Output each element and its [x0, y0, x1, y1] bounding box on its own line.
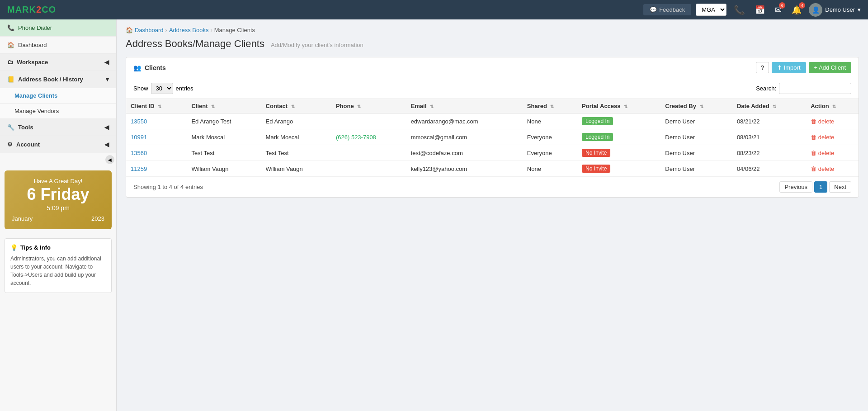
sidebar-item-tools[interactable]: 🔧 Tools ◀: [0, 119, 116, 136]
delete-button-1[interactable]: 🗑 delete: [811, 134, 834, 141]
cell-client-id-2: 13560: [126, 145, 187, 161]
calendar-month: January: [12, 215, 33, 222]
table-row: 11259 William Vaugn William Vaugn kelly1…: [126, 161, 859, 177]
sidebar-item-phone-dialer[interactable]: 📞 Phone Dialer: [0, 19, 116, 37]
col-action[interactable]: Action ⇅: [806, 99, 859, 113]
col-phone[interactable]: Phone ⇅: [331, 99, 406, 113]
cell-date-added-0: 08/21/22: [732, 113, 806, 129]
manage-vendors-label: Manage Vendors: [14, 108, 59, 114]
calendar-icon-button[interactable]: 📅: [752, 4, 768, 16]
cell-action-1: 🗑 delete: [806, 129, 859, 145]
calendar-time: 5:09 pm: [12, 204, 104, 212]
calendar-day: 6 Friday: [12, 186, 104, 203]
email-icon-button[interactable]: ✉ 6: [772, 4, 784, 16]
cell-client-3: William Vaugn: [187, 161, 261, 177]
help-button[interactable]: ?: [756, 62, 769, 73]
sidebar-item-label: Dashboard: [18, 42, 47, 48]
table-footer: Showing 1 to 4 of 4 entries Previous 1 N…: [126, 177, 859, 197]
show-label: Show: [133, 85, 148, 92]
phone-link-1[interactable]: (626) 523-7908: [336, 134, 376, 141]
col-date-added[interactable]: Date Added ⇅: [732, 99, 806, 113]
cell-phone-2: [331, 145, 406, 161]
cell-email-1: mmoscal@gmail.com: [406, 129, 523, 145]
client-id-link-0[interactable]: 13550: [131, 118, 147, 125]
cell-shared-0: None: [523, 113, 577, 129]
sidebar-item-workspace[interactable]: 🗂 Workspace ◀: [0, 54, 116, 71]
breadcrumb-sep1: ›: [165, 27, 167, 33]
cell-contact-3: William Vaugn: [261, 161, 331, 177]
delete-button-2[interactable]: 🗑 delete: [811, 150, 834, 156]
breadcrumb-icon: 🏠: [126, 27, 133, 33]
sidebar-collapse-button[interactable]: ◀: [105, 155, 114, 164]
logo-suffix: CO: [42, 5, 56, 14]
table-controls: Show 30 entries Search:: [126, 78, 859, 99]
tips-icon: 💡: [10, 244, 18, 251]
panel-actions: ? ⬆ Import + Add Client: [756, 62, 851, 73]
sidebar-item-address-book[interactable]: 📒 Address Book / History ▾: [0, 71, 116, 88]
cell-portal-access-2: No Invite: [577, 145, 660, 161]
col-email[interactable]: Email ⇅: [406, 99, 523, 113]
col-client[interactable]: Client ⇅: [187, 99, 261, 113]
client-id-link-1[interactable]: 10991: [131, 134, 147, 141]
user-dropdown-icon: ▾: [858, 6, 861, 13]
client-id-link-3[interactable]: 11259: [131, 165, 147, 172]
delete-button-0[interactable]: 🗑 delete: [811, 118, 834, 125]
breadcrumb-address-books[interactable]: Address Books: [169, 27, 208, 33]
account-icon: ⚙: [7, 141, 13, 148]
portal-badge-3: No Invite: [582, 165, 610, 173]
cell-email-0: edwardarango@mac.com: [406, 113, 523, 129]
add-client-button[interactable]: + Add Client: [809, 62, 851, 73]
import-button[interactable]: ⬆ Import: [772, 62, 806, 73]
sidebar-item-dashboard[interactable]: 🏠 Dashboard: [0, 37, 116, 54]
address-book-chevron-icon: ▾: [106, 76, 109, 83]
cell-email-2: test@codefaze.com: [406, 145, 523, 161]
user-menu-button[interactable]: 👤 Demo User ▾: [809, 3, 861, 17]
manage-clients-label: Manage Clients: [14, 92, 57, 99]
calendar-have-great: Have A Great Day!: [12, 178, 104, 184]
prev-button[interactable]: Previous: [779, 181, 812, 193]
feedback-icon: 💬: [650, 6, 657, 13]
workspace-icon: 🗂: [7, 59, 13, 66]
sidebar-sub-menu: Manage Clients Manage Vendors: [0, 88, 116, 119]
portal-badge-0: Logged In: [582, 117, 613, 125]
tips-text: Adminstrators, you can add additional us…: [10, 255, 106, 287]
showing-text: Showing 1 to 4 of 4 entries: [133, 184, 203, 190]
pagination: Previous 1 Next: [779, 181, 851, 193]
delete-button-3[interactable]: 🗑 delete: [811, 165, 834, 172]
bell-icon-button[interactable]: 🔔 4: [789, 4, 804, 16]
table-row: 13560 Test Test Test Test test@codefaze.…: [126, 145, 859, 161]
page-title-area: Address Books/Manage Clients Add/Modify …: [126, 38, 859, 50]
sidebar-item-manage-clients[interactable]: Manage Clients: [0, 88, 116, 104]
next-button[interactable]: Next: [829, 181, 851, 193]
cell-shared-1: Everyone: [523, 129, 577, 145]
clients-panel-icon: 👥: [133, 64, 141, 71]
breadcrumb-dashboard[interactable]: Dashboard: [135, 27, 164, 33]
feedback-button[interactable]: 💬 Feedback: [643, 4, 691, 15]
col-shared[interactable]: Shared ⇅: [523, 99, 577, 113]
topnav: MARK2CO 💬 Feedback MGA 📞 📅 ✉ 6 🔔 4 👤 Dem…: [0, 0, 868, 19]
entries-select[interactable]: 30: [151, 83, 173, 94]
search-input[interactable]: [779, 83, 851, 94]
col-created-by[interactable]: Created By ⇅: [660, 99, 732, 113]
col-portal-access[interactable]: Portal Access ⇅: [577, 99, 660, 113]
mga-select[interactable]: MGA: [696, 4, 726, 16]
dashboard-icon: 🏠: [7, 42, 14, 48]
sidebar: 📞 Phone Dialer 🏠 Dashboard 🗂 Workspace ◀…: [0, 19, 117, 411]
col-contact[interactable]: Contact ⇅: [261, 99, 331, 113]
cell-created-by-0: Demo User: [660, 113, 732, 129]
breadcrumb-current: Manage Clients: [214, 27, 255, 33]
page-title: Address Books/Manage Clients: [126, 38, 264, 50]
sidebar-item-account[interactable]: ⚙ Account ◀: [0, 136, 116, 153]
table-header-row: Client ID ⇅ Client ⇅ Contact ⇅ Phone ⇅ E…: [126, 99, 859, 113]
cell-email-3: kelly123@yahoo.com: [406, 161, 523, 177]
page-1-button[interactable]: 1: [814, 181, 827, 193]
cell-client-0: Ed Arango Test: [187, 113, 261, 129]
workspace-chevron-icon: ◀: [104, 59, 109, 66]
panel-title: 👥 Clients: [133, 64, 166, 71]
phone-icon-button[interactable]: 📞: [731, 4, 748, 16]
client-id-link-2[interactable]: 13560: [131, 150, 147, 156]
cell-contact-0: Ed Arango: [261, 113, 331, 129]
calendar-day-num: 6: [27, 185, 36, 203]
col-client-id[interactable]: Client ID ⇅: [126, 99, 187, 113]
sidebar-item-manage-vendors[interactable]: Manage Vendors: [0, 104, 116, 119]
